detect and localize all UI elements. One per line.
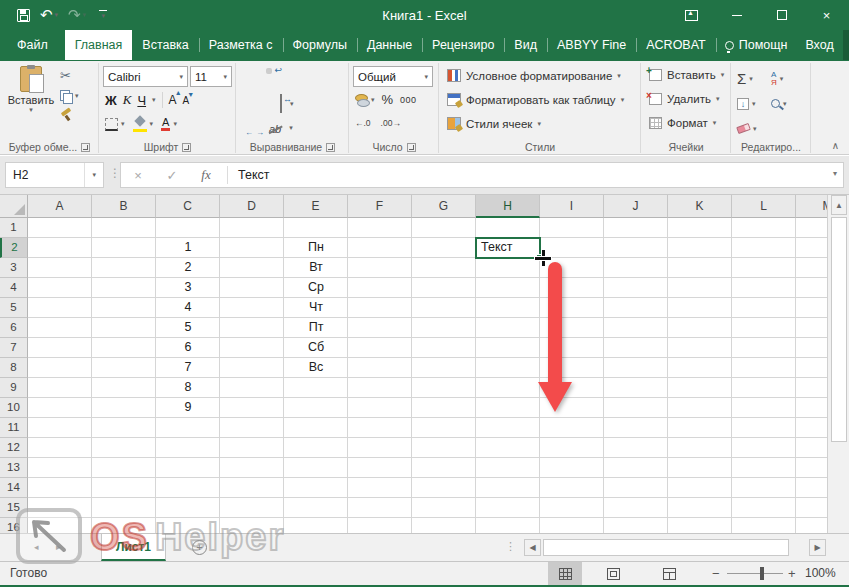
column-header-I[interactable]: I [540, 195, 604, 218]
clear-button[interactable]: ▾ [737, 125, 771, 133]
tab-Разметка с[interactable]: Разметка с [199, 30, 283, 60]
new-sheet-button[interactable]: + [192, 540, 207, 555]
row-header-13[interactable]: 13 [0, 458, 28, 478]
tab-Формулы[interactable]: Формулы [283, 30, 357, 60]
tab-split-handle[interactable]: ⋮ [505, 540, 516, 553]
cell-C4[interactable]: 3 [156, 278, 220, 298]
column-header-F[interactable]: F [348, 195, 412, 218]
format-cells-button[interactable]: Формат▾ [649, 117, 716, 129]
autosum-button[interactable]: Σ▾ [737, 70, 771, 87]
zoom-in-button[interactable]: + [788, 566, 796, 581]
find-select-button[interactable]: ▾ [771, 99, 805, 108]
column-header-A[interactable]: A [28, 195, 92, 218]
row-header-12[interactable]: 12 [0, 438, 28, 458]
scroll-up-icon[interactable]: ▲ [831, 195, 847, 215]
cell-C5[interactable]: 4 [156, 298, 220, 318]
row-header-3[interactable]: 3 [0, 258, 28, 278]
sign-in-button[interactable]: Вход [796, 30, 842, 60]
column-header-C[interactable]: C [156, 195, 220, 218]
tab-ABBYY Fine[interactable]: ABBYY Fine [547, 30, 636, 60]
cancel-button[interactable]: × [121, 168, 155, 183]
cell-C10[interactable]: 9 [156, 398, 220, 418]
column-header-H[interactable]: H [476, 195, 540, 218]
cell-styles-button[interactable]: Стили ячеек▾ [447, 117, 541, 130]
dialog-launcher-icon[interactable] [182, 143, 191, 152]
normal-view-button[interactable] [548, 562, 582, 585]
redo-button[interactable]: ↷▾ [65, 4, 89, 26]
tab-ACROBAT[interactable]: ACROBAT [636, 30, 716, 60]
orientation-button[interactable]: ab [266, 116, 284, 140]
horizontal-scroll-thumb[interactable] [543, 539, 789, 556]
maximize-button[interactable] [759, 0, 804, 30]
align-right-button[interactable] [266, 101, 272, 107]
row-header-11[interactable]: 11 [0, 418, 28, 438]
tab-Вид[interactable]: Вид [504, 30, 547, 60]
minimize-button[interactable] [714, 0, 759, 30]
bold-button[interactable]: Ж [105, 93, 117, 108]
close-button[interactable]: × [804, 0, 849, 30]
merge-center-button[interactable] [277, 92, 285, 116]
row-header-15[interactable]: 15 [0, 498, 28, 518]
column-header-B[interactable]: B [92, 195, 156, 218]
cell-E6[interactable]: Пт [284, 318, 348, 338]
align-left-button[interactable] [244, 101, 250, 107]
align-top-button[interactable] [244, 68, 250, 74]
sheet-tab-active[interactable]: Лист1 [101, 534, 166, 561]
dialog-launcher-icon[interactable] [81, 143, 90, 152]
row-header-5[interactable]: 5 [0, 298, 28, 318]
column-header-D[interactable]: D [220, 195, 284, 218]
row-header-16[interactable]: 16 [0, 518, 28, 533]
column-header-M[interactable]: M [796, 195, 827, 218]
page-break-view-button[interactable] [652, 562, 686, 585]
zoom-slider-track[interactable] [727, 573, 783, 574]
italic-button[interactable]: К [123, 92, 132, 108]
cut-button[interactable]: ✂ [60, 68, 79, 83]
align-bottom-button[interactable] [266, 68, 272, 74]
wrap-text-button[interactable] [277, 68, 283, 74]
ribbon-display-options-button[interactable] [669, 0, 714, 30]
cell-E3[interactable]: Вт [284, 258, 348, 278]
row-header-2[interactable]: 2 [0, 238, 28, 258]
cell-C2[interactable]: 1 [156, 238, 220, 258]
row-header-4[interactable]: 4 [0, 278, 28, 298]
fill-color-button[interactable]: ▾ [133, 117, 154, 131]
cell-E8[interactable]: Вс [284, 358, 348, 378]
tab-Главная[interactable]: Главная [65, 30, 133, 60]
comma-style-button[interactable]: 000 [400, 95, 417, 105]
decrease-indent-button[interactable] [244, 125, 250, 131]
percent-style-button[interactable]: % [382, 92, 394, 107]
cell-C9[interactable]: 8 [156, 378, 220, 398]
row-header-14[interactable]: 14 [0, 478, 28, 498]
dialog-launcher-icon[interactable] [407, 143, 416, 152]
fill-button[interactable]: ↓▾ [737, 98, 771, 110]
cell-C6[interactable]: 5 [156, 318, 220, 338]
conditional-formatting-button[interactable]: Условное форматирование▾ [447, 69, 621, 82]
vertical-scrollbar[interactable]: ▲ [827, 195, 849, 533]
customize-qat-button[interactable]: ▾ [99, 10, 107, 20]
column-header-J[interactable]: J [604, 195, 668, 218]
save-button[interactable] [14, 4, 33, 26]
font-size-select[interactable]: 11▾ [190, 66, 232, 87]
share-button[interactable]: +Общий доступ [843, 30, 849, 60]
row-header-1[interactable]: 1 [0, 218, 28, 238]
increase-decimal-button[interactable]: ←.0 [355, 118, 371, 128]
cell-C8[interactable]: 7 [156, 358, 220, 378]
row-header-7[interactable]: 7 [0, 338, 28, 358]
tab-Рецензиро[interactable]: Рецензиро [422, 30, 504, 60]
font-family-select[interactable]: Calibri▾ [103, 66, 188, 87]
decrease-decimal-button[interactable]: .00→ [381, 118, 401, 128]
tab-Файл[interactable]: Файл [0, 30, 65, 60]
cell-E7[interactable]: Сб [284, 338, 348, 358]
row-header-10[interactable]: 10 [0, 398, 28, 418]
format-as-table-button[interactable]: Форматировать как таблицу▾ [447, 93, 624, 106]
paste-button[interactable]: Вставить ▾ [6, 66, 56, 114]
zoom-slider-handle[interactable] [760, 567, 764, 580]
undo-button[interactable]: ↶▾ [37, 4, 61, 26]
cell-C3[interactable]: 2 [156, 258, 220, 278]
name-box[interactable]: H2▾ [5, 162, 104, 188]
collapse-ribbon-button[interactable]: ∧ [832, 140, 839, 151]
format-painter-button[interactable] [60, 109, 79, 121]
column-header-L[interactable]: L [732, 195, 796, 218]
cell-C7[interactable]: 6 [156, 338, 220, 358]
scroll-right-icon[interactable]: ▶ [809, 539, 826, 556]
